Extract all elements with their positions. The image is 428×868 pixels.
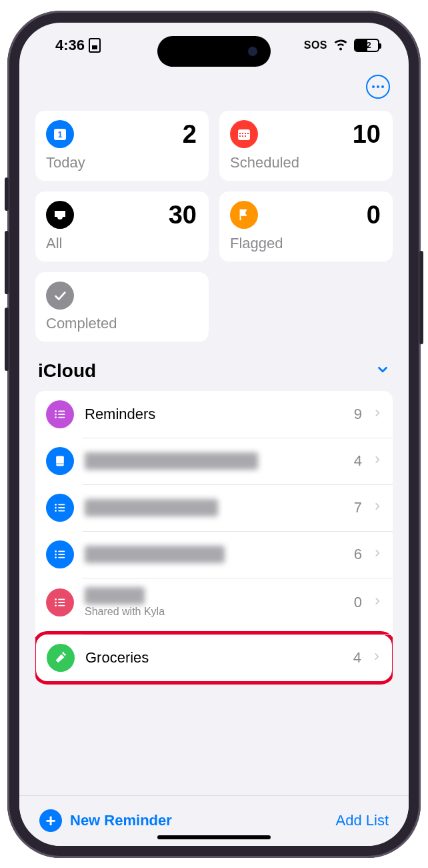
svg-rect-7	[247, 133, 249, 134]
list-count: 4	[354, 452, 362, 470]
list-name-redacted	[85, 587, 145, 604]
chevron-right-icon	[373, 454, 382, 468]
list-count: 4	[353, 649, 361, 667]
svg-point-29	[55, 556, 57, 558]
wifi-icon	[333, 35, 349, 55]
list-subtitle: Shared with Kyla	[85, 606, 343, 618]
svg-rect-8	[239, 135, 241, 137]
flagged-count: 0	[367, 201, 381, 230]
chevron-right-icon	[372, 650, 381, 665]
dynamic-island	[157, 36, 271, 67]
svg-point-23	[55, 510, 57, 512]
volume-up	[5, 231, 9, 294]
lists-container: Reminders9476Shared with Kyla0Groceries4	[35, 391, 393, 685]
chevron-right-icon	[373, 547, 382, 562]
flagged-label: Flagged	[230, 235, 381, 252]
svg-rect-12	[58, 410, 65, 412]
svg-rect-5	[242, 133, 243, 134]
svg-rect-10	[245, 135, 246, 137]
svg-rect-24	[58, 510, 65, 511]
svg-point-21	[55, 506, 57, 508]
more-button[interactable]	[366, 75, 390, 99]
list-name-redacted	[85, 546, 225, 563]
status-time: 4:36	[55, 37, 85, 54]
smart-card-today[interactable]: 1 2 Today	[35, 111, 209, 181]
new-reminder-label: New Reminder	[70, 812, 172, 829]
list-row[interactable]: 4	[35, 438, 393, 484]
chevron-down-icon	[375, 362, 390, 380]
svg-rect-6	[245, 133, 246, 134]
list-count: 9	[354, 406, 362, 423]
mute-switch	[5, 177, 9, 211]
contact-card-icon	[89, 38, 101, 53]
svg-point-15	[55, 416, 57, 418]
svg-rect-9	[242, 135, 243, 137]
svg-rect-3	[238, 129, 250, 140]
svg-point-25	[55, 550, 57, 552]
calendar-icon	[230, 120, 258, 148]
list-icon	[46, 494, 74, 522]
list-name-redacted	[85, 452, 258, 470]
svg-rect-4	[239, 133, 241, 134]
svg-rect-26	[58, 550, 65, 552]
list-row[interactable]: Shared with Kyla0	[35, 578, 393, 627]
all-count: 30	[169, 201, 197, 230]
scheduled-label: Scheduled	[230, 154, 381, 171]
chevron-right-icon	[373, 595, 382, 610]
list-row-reminders[interactable]: Reminders9	[35, 391, 393, 438]
svg-rect-36	[58, 604, 65, 606]
svg-point-27	[55, 553, 57, 555]
volume-down	[5, 308, 9, 371]
svg-rect-28	[58, 554, 65, 555]
list-count: 7	[354, 499, 362, 516]
phone-frame: 4:36 SOS 52	[7, 11, 421, 858]
svg-rect-30	[58, 556, 65, 558]
svg-rect-20	[58, 504, 65, 505]
smart-card-all[interactable]: 30 All	[35, 191, 209, 262]
list-icon	[46, 447, 74, 475]
list-count: 6	[354, 546, 362, 563]
smart-card-flagged[interactable]: 0 Flagged	[219, 191, 393, 262]
list-row[interactable]: 6	[35, 531, 393, 578]
checkmark-icon	[46, 282, 74, 310]
section-header-icloud[interactable]: iCloud	[35, 342, 393, 391]
svg-rect-18	[56, 463, 64, 464]
add-list-button[interactable]: Add List	[336, 812, 389, 829]
svg-rect-14	[58, 414, 65, 415]
chevron-right-icon	[373, 500, 382, 515]
chevron-right-icon	[373, 407, 382, 422]
today-count: 2	[183, 120, 197, 149]
list-row[interactable]: 7	[35, 484, 393, 531]
list-name-redacted	[85, 499, 218, 516]
list-icon	[46, 540, 74, 568]
list-icon	[46, 400, 74, 428]
svg-point-31	[55, 598, 57, 600]
calendar-today-icon: 1	[46, 120, 74, 148]
svg-rect-34	[58, 602, 65, 603]
svg-rect-32	[58, 598, 65, 600]
battery-icon: 52	[354, 39, 379, 52]
list-name: Groceries	[85, 649, 343, 667]
svg-point-35	[55, 604, 57, 606]
svg-point-11	[55, 410, 57, 412]
list-row-groceries[interactable]: Groceries4	[35, 631, 393, 685]
list-count: 0	[354, 594, 362, 611]
sos-indicator: SOS	[304, 39, 327, 51]
smart-card-completed[interactable]: Completed	[35, 272, 209, 342]
smart-card-scheduled[interactable]: 10 Scheduled	[219, 111, 393, 181]
scheduled-count: 10	[353, 120, 381, 149]
svg-text:1: 1	[58, 130, 63, 139]
svg-point-19	[55, 504, 57, 506]
nav-bar	[19, 68, 409, 105]
new-reminder-button[interactable]: + New Reminder	[39, 809, 172, 832]
plus-circle-icon: +	[39, 809, 62, 832]
svg-rect-17	[56, 456, 64, 466]
list-name: Reminders	[85, 406, 343, 423]
svg-point-33	[55, 601, 57, 603]
power-button	[419, 251, 423, 344]
list-icon	[46, 588, 74, 616]
list-icon	[47, 644, 75, 672]
inbox-icon	[46, 201, 74, 229]
home-indicator[interactable]	[157, 835, 271, 839]
svg-rect-22	[58, 507, 65, 508]
